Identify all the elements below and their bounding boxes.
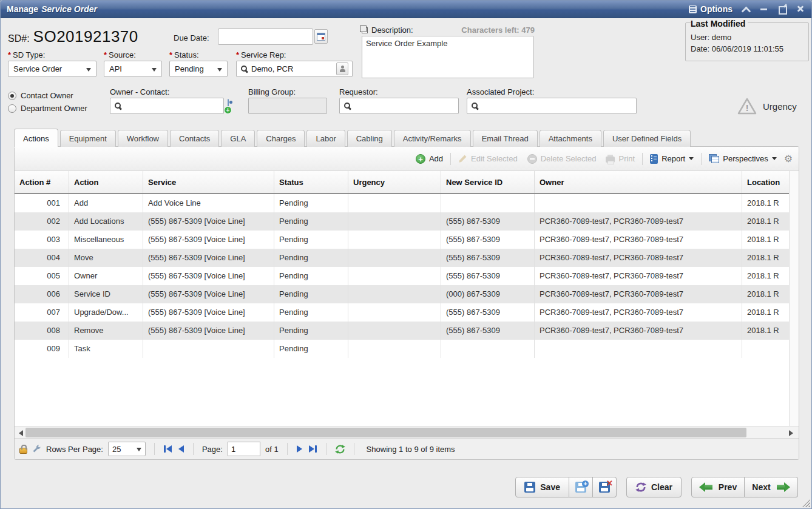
pager-summary: Showing 1 to 9 of 9 items (367, 445, 455, 454)
table-row[interactable]: 003Miscellaneous(555) 867-5309 [Voice Li… (15, 231, 789, 249)
prev-button[interactable]: Prev (691, 477, 745, 497)
perspectives-button[interactable]: Perspectives (706, 152, 779, 166)
delete-minus-icon (527, 154, 537, 164)
owner-contact-input[interactable] (125, 101, 220, 110)
tab-cabling[interactable]: Cabling (347, 130, 392, 147)
column-header[interactable]: Status (274, 171, 348, 193)
column-header[interactable]: Owner (535, 171, 742, 193)
horizontal-scrollbar[interactable] (15, 426, 799, 439)
service-rep-field[interactable]: Demo, PCR (236, 61, 353, 77)
window-titlebar: ManageService Order Options (1, 1, 811, 18)
table-row[interactable]: 001AddAdd Voice LinePending2018.1 R (15, 194, 789, 212)
table-row[interactable]: 008Remove(555) 867-5309 [Voice Line]Pend… (15, 322, 789, 340)
last-page-button[interactable] (308, 445, 317, 453)
gear-icon[interactable]: ⚙ (784, 154, 793, 164)
table-cell: 004 (15, 249, 69, 267)
column-header[interactable]: Action # (15, 171, 69, 193)
grid-body: Action #ActionServiceStatusUrgencyNew Se… (15, 171, 799, 426)
clear-button[interactable]: Clear (626, 477, 682, 497)
due-date-field[interactable] (218, 29, 313, 45)
lock-icon[interactable] (19, 448, 27, 454)
source-select[interactable]: API (104, 61, 162, 77)
expand-description-icon[interactable] (362, 27, 368, 33)
table-row[interactable]: 009TaskPending (15, 340, 789, 358)
column-header[interactable]: Service (143, 171, 274, 193)
close-icon[interactable] (796, 4, 805, 14)
next-button[interactable]: Next (745, 477, 798, 497)
table-cell (742, 340, 789, 358)
table-row[interactable]: 007Upgrade/Dow...(555) 867-5309 [Voice L… (15, 303, 789, 322)
tab-user-defined-fields[interactable]: User Defined Fields (603, 130, 691, 147)
table-cell (348, 322, 441, 340)
associated-project-field[interactable] (467, 98, 637, 114)
vertical-scrollbar-track[interactable] (789, 171, 799, 426)
contact-picker-icon[interactable] (336, 62, 348, 75)
perspectives-icon (709, 154, 719, 163)
report-button[interactable]: Report (648, 152, 696, 166)
column-header[interactable]: Urgency (348, 171, 441, 193)
collapse-icon[interactable] (741, 4, 751, 14)
table-row[interactable]: 002Add Locations(555) 867-5309 [Voice Li… (15, 212, 789, 231)
contact-owner-radio[interactable]: Contact Owner (8, 91, 87, 100)
department-owner-radio[interactable]: Department Owner (8, 104, 87, 113)
urgency-label: Urgency (763, 101, 797, 112)
page-input[interactable] (228, 442, 260, 456)
tab-actions[interactable]: Actions (14, 129, 58, 147)
status-select[interactable]: Pending (169, 61, 228, 77)
popout-icon[interactable] (777, 4, 787, 14)
tab-attachments[interactable]: Attachments (540, 130, 601, 147)
table-row[interactable]: 006Service ID(555) 867-5309 [Voice Line]… (15, 285, 789, 303)
first-page-button[interactable] (163, 445, 172, 453)
tab-equipment[interactable]: Equipment (60, 130, 116, 147)
rows-per-page-select[interactable]: 25 (108, 442, 146, 456)
table-cell: (555) 867-5309 [Voice Line] (143, 212, 274, 231)
table-cell: 002 (15, 212, 69, 231)
tab-workflow[interactable]: Workflow (118, 130, 168, 147)
requestor-field[interactable] (339, 98, 459, 114)
pager-separator (287, 443, 288, 455)
tab-gla[interactable]: GLA (221, 130, 255, 147)
due-date-input[interactable] (222, 32, 309, 41)
billing-group-field (248, 98, 327, 114)
tab-email-thread[interactable]: Email Thread (473, 130, 538, 147)
next-page-button[interactable] (296, 445, 303, 453)
column-header[interactable]: Action (69, 171, 143, 193)
radio-selected-icon (8, 92, 16, 100)
description-textarea[interactable]: Service Order Example (362, 36, 533, 78)
delete-selected-button[interactable]: Delete Selected (525, 152, 599, 166)
pager-separator (154, 443, 155, 455)
tab-contacts[interactable]: Contacts (170, 130, 219, 147)
scroll-left-arrow-icon[interactable] (16, 428, 24, 437)
tab-activity-remarks[interactable]: Activity/Remarks (394, 130, 471, 147)
add-contact-button[interactable] (228, 99, 241, 113)
column-header[interactable]: Location (742, 171, 789, 193)
edit-selected-button[interactable]: Edit Selected (456, 152, 520, 166)
requestor-input[interactable] (354, 101, 455, 110)
column-header[interactable]: New Service ID (441, 171, 535, 193)
table-row[interactable]: 005Owner(555) 867-5309 [Voice Line]Pendi… (15, 267, 789, 285)
tab-labor[interactable]: Labor (306, 130, 345, 147)
options-button[interactable]: Options (689, 4, 732, 14)
add-button[interactable]: + Add (413, 152, 445, 166)
associated-project-input[interactable] (482, 101, 632, 110)
refresh-button[interactable] (335, 444, 345, 454)
table-row[interactable]: 004Move(555) 867-5309 [Voice Line]Pendin… (15, 249, 789, 267)
save-and-close-button[interactable]: ✕ (593, 477, 617, 497)
scrollbar-thumb[interactable] (25, 428, 746, 437)
table-cell (535, 194, 742, 212)
bottom-button-bar: Save + ✕ Clear Prev (1, 471, 811, 508)
owner-contact-field[interactable] (110, 98, 224, 114)
wrench-icon[interactable] (32, 445, 41, 454)
prev-page-button[interactable] (177, 445, 184, 453)
save-and-new-button[interactable]: + (569, 477, 593, 497)
tab-charges[interactable]: Charges (257, 130, 305, 147)
date-picker-button[interactable] (314, 29, 328, 44)
scroll-right-arrow-icon[interactable] (788, 428, 796, 437)
last-modified-user: User: demo (691, 32, 804, 43)
table-cell: 003 (15, 231, 69, 249)
minimize-icon[interactable] (759, 4, 769, 14)
print-button[interactable]: Print (603, 152, 637, 166)
sd-type-select[interactable]: Service Order (8, 61, 96, 77)
save-button[interactable]: Save (515, 477, 569, 497)
prev-arrow-icon (699, 482, 714, 492)
